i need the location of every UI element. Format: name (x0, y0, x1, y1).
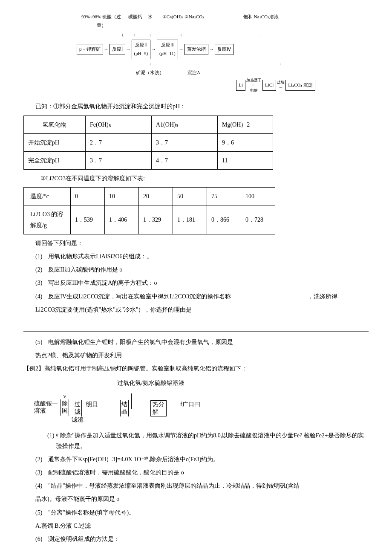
table-header: 75 (207, 188, 241, 205)
table-cell: 1．539 (71, 205, 105, 234)
flow-box: 反应Ⅲ(pH=11) (157, 40, 178, 59)
table-cell: Li2CO3 的溶解度/g (24, 205, 71, 234)
table-header: 10 (105, 188, 139, 205)
table-header: 0 (71, 188, 105, 205)
flow-box: LiCl (262, 80, 276, 91)
flow-down-arrows: ↓ ↓ ↓ ↓ ↓ (77, 31, 315, 39)
table-header: 氢氧化物 (24, 116, 86, 133)
question-5: (5) 电解熔融氯化锂生产锂时，阳极产生的氯气中会混有少量氧气，原因是 (23, 337, 369, 347)
table-header: 20 (139, 188, 173, 205)
table-cell: 3．7 (86, 151, 152, 169)
table-header: Fe(OH)₃ (86, 116, 152, 133)
table-cell: 2．7 (86, 133, 152, 151)
hotspot-2-title: 热点2镁、铝及其矿物的开发利用 (23, 350, 369, 361)
known-intro: 已知：①部分金属氢氧化物开始沉淀和完全沉淀时的pH： (23, 101, 369, 112)
top-label: 饱和 Na₂CO₃溶液 (236, 13, 285, 30)
table-cell: 开始沉淀pH (24, 133, 86, 151)
ex2-question-4a: (4) "结晶"操作中，母液经蒸发浓缩至溶液表面刚出现薄层的结晶为止，冷却结晶，… (23, 480, 369, 491)
ex2-question-4b: 晶水)。母液不能蒸干的原因是 o (23, 494, 369, 504)
hydroxide-ph-table: 氢氧化物 Fe(OH)₃ A1(OH)₃ Mg(OH）2 开始沉淀pH 2．7 … (23, 116, 273, 170)
question-4b: Li2CO3沉淀要使用(选填"热水"或"冷水"），你选择的理由是 (23, 304, 369, 315)
table-cell: 1．181 (173, 205, 207, 234)
ex2-question-2: (2) 通常条件下Ksp[Fe(OH）3]=4.0X 1O⁻³⁸,除杂后溶液中c… (23, 454, 369, 465)
table-header: A1(OH)₃ (152, 116, 218, 133)
flow-under-label: 沉淀A (164, 69, 200, 77)
d2-v-label: V (63, 393, 67, 399)
table-header: 50 (173, 188, 207, 205)
question-4a: (4) 反应IV生成Li2CO3沉淀，写出在实验室中得到Li2CO3沉淀的操作名… (23, 291, 369, 302)
table-cell: 完全沉淀pH (24, 151, 86, 169)
example-2-intro: 【例2】高纯氧化铝可用于制高压钠灯的陶瓷管。实验室制取高纯氧化铝的流程如下： (23, 363, 369, 374)
diagram2-top-label: 过氧化氢/氨水硫酸铝溶液 (117, 378, 369, 388)
flow-arrow: → (178, 45, 184, 54)
ex2-question-1: (1)〃除杂"操作是加入适量过氧化氢，用氨水调节溶液的pH约为8.0,以除去硫酸… (44, 430, 369, 451)
questions-intro: 请回答下列问题： (23, 238, 369, 249)
flow-under-label: 矿泥（水洗） (77, 69, 164, 77)
table-cell: 1．406 (105, 205, 139, 234)
d2-box: 明日 (86, 401, 98, 408)
table-cell: 0．728 (241, 205, 275, 234)
flow-box: 反应Ⅰ (110, 44, 125, 55)
table-cell: 0．866 (207, 205, 241, 234)
flow-main-row: β－锂辉矿 → 反应Ⅰ → 反应Ⅱ(pH=5) → 反应Ⅲ(pH=11) → 蒸… (77, 40, 315, 59)
top-label: 93%~98% 硫酸（过量） (77, 13, 126, 30)
flow-arrow: → (125, 45, 132, 54)
flow-box: Li₂CO₃ 沉淀 (285, 80, 315, 91)
flow-arrow: → (208, 45, 215, 54)
question-1: (1) 用氧化物形式表示LiAlSi2O6的组成：。 (23, 251, 369, 262)
solubility-table: 温度/°c 0 10 20 50 75 100 Li2CO3 的溶解度/g 1．… (23, 187, 275, 234)
d2-input-l2: 溶液 (34, 408, 46, 415)
d2-input-l1: 硫酸铵一 (34, 400, 58, 408)
question-3: (3) 写出反应III中生成沉淀A的离子方程式：o (23, 278, 369, 288)
table-cell: 3．7 (152, 133, 218, 151)
table-header: 温度/°c (24, 188, 71, 205)
flow-box: 反应Ⅳ (215, 44, 233, 55)
flow-top-labels: 93%~98% 硫酸（过量） 碳酸钙 水 ①Ca(OH)₂ ②Na₂CO₃ 饱和… (77, 13, 315, 30)
table-cell: 4．7 (152, 151, 218, 169)
separator-line (23, 331, 369, 332)
flow-under-labels: 矿泥（水洗） 沉淀A (77, 69, 315, 77)
top-label: 碳酸钙 (126, 13, 145, 30)
flow-arrow: → (103, 45, 110, 54)
ex2-question-6: (6) 测定俊明矾组成的方法是： (23, 534, 369, 544)
top-label: ①Ca(OH)₂ ②Na₂CO₃ (156, 13, 211, 30)
flow-box: 蒸发浓缩 (184, 44, 208, 55)
top-label: 水 (145, 13, 156, 30)
flowchart-diagram-2: 硫酸铵一 溶液 V 除国 过滤 滤渣 明日 结晶 热分解 f广口曰 (34, 393, 369, 424)
d2-output: f广口曰 (180, 401, 200, 408)
flow-box: β－锂辉矿 (77, 44, 103, 55)
known2-intro: ②Li2CO3在不同温度下的溶解度如下表: (23, 173, 369, 184)
table-cell: 11 (218, 151, 273, 169)
table-header: 100 (241, 188, 275, 205)
flowchart-diagram: 93%~98% 硫酸（过量） 碳酸钙 水 ①Ca(OH)₂ ②Na₂CO₃ 饱和… (77, 13, 315, 92)
flow-bottom-chain: Li 加热蒸干 ← 电解 LiCl 盐酸 ← Li₂CO₃ 沉淀 (77, 78, 315, 93)
flow-box: 反应Ⅱ(pH=5) (132, 40, 150, 59)
table-cell: 1．329 (139, 205, 173, 234)
d2-slag: 滤渣 (72, 416, 84, 424)
table-header: Mg(OH）2 (218, 116, 273, 133)
ex2-question-5: (5) "分离"操作名称是(填字母代号)。 (23, 507, 369, 518)
flow-arrow: → (150, 45, 157, 54)
flow-box: Li (236, 80, 245, 91)
ex2-question-5-options: A.蒸馏 B.分液 C.过滤 (23, 520, 369, 531)
table-cell: 9．6 (218, 133, 273, 151)
ex2-question-3: (3) 配制硫酸铝溶液时，需用硫酸酸化，酸化的目的是 o (23, 467, 369, 478)
flow-under-arrows: ↓ ↓ ↓ (77, 60, 315, 68)
question-2: (2) 反应II加入碳酸钙的作用是 o (23, 264, 369, 275)
